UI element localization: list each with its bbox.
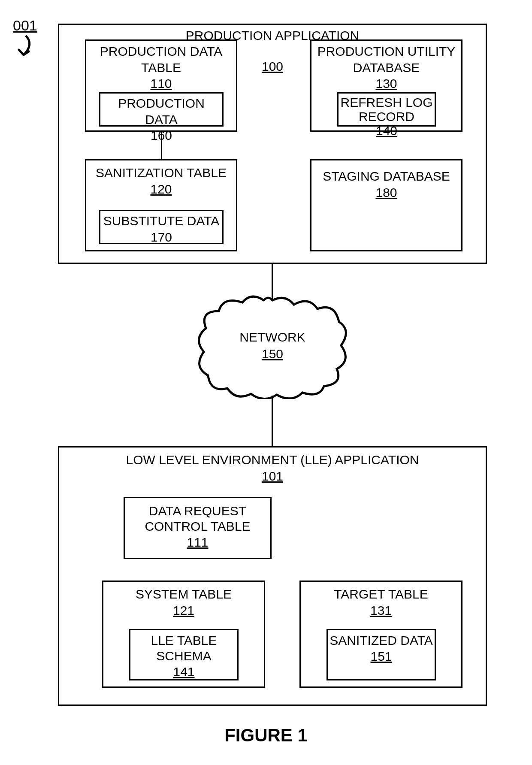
sanitization-table-title: SANITIZATION TABLE [86,165,236,181]
refresh-log-record-title: REFRESH LOG RECORD [339,95,435,124]
connector-line [161,132,162,159]
substitute-data-box: SUBSTITUTE DATA 170 [99,210,224,244]
production-utility-db-ref: 130 [311,76,461,92]
data-request-control-table-title: DATA REQUEST CONTROL TABLE [125,503,270,534]
connector-line [272,396,273,446]
lle-table-schema-box: LLE TABLE SCHEMA 141 [129,629,239,680]
system-table-ref: 121 [103,602,264,619]
sanitization-table-ref: 120 [86,181,236,197]
system-table-box: SYSTEM TABLE 121 LLE TABLE SCHEMA 141 [102,581,265,688]
staging-database-ref: 180 [311,184,461,201]
lle-application-ref: 101 [59,468,486,484]
network-label: NETWORK 150 [239,329,305,362]
system-table-title: SYSTEM TABLE [103,586,264,602]
production-application-ref: 100 [262,58,283,75]
lle-table-schema-title: LLE TABLE SCHEMA [130,633,237,664]
production-data-table-ref: 110 [86,76,236,92]
data-request-control-table-ref: 111 [125,534,270,550]
sanitized-data-ref: 151 [328,648,435,665]
substitute-data-ref: 170 [100,229,222,245]
lle-application-title: LOW LEVEL ENVIRONMENT (LLE) APPLICATION [59,452,486,468]
figure-reference: 001 [13,17,37,34]
production-data-title: PRODUCTION DATA [100,95,222,127]
sanitized-data-box: SANITIZED DATA 151 [326,629,436,680]
sanitized-data-title: SANITIZED DATA [328,633,435,648]
lle-table-schema-ref: 141 [130,664,237,680]
data-request-control-table-box: DATA REQUEST CONTROL TABLE 111 [124,497,272,559]
staging-database-box: STAGING DATABASE 180 [310,159,462,251]
production-utility-db-title: PRODUCTION UTILITY DATABASE [311,43,461,76]
sanitization-table-box: SANITIZATION TABLE 120 SUBSTITUTE DATA 1… [85,159,237,251]
substitute-data-title: SUBSTITUTE DATA [100,213,222,229]
refresh-log-record-box: REFRESH LOG RECORD 140 [337,92,436,127]
target-table-title: TARGET TABLE [301,586,461,602]
production-data-table-title: PRODUCTION DATA TABLE [86,43,236,76]
staging-database-title: STAGING DATABASE [311,168,461,184]
network-cloud: NETWORK 150 [195,292,350,399]
arrow-icon [13,33,34,65]
production-application-box: PRODUCTION APPLICATION 100 PRODUCTION DA… [58,24,487,264]
target-table-ref: 131 [301,602,461,619]
production-data-box: PRODUCTION DATA 160 [99,92,224,127]
figure-caption: FIGURE 1 [224,725,308,746]
production-utility-db-box: PRODUCTION UTILITY DATABASE 130 REFRESH … [310,39,462,132]
production-data-table-box: PRODUCTION DATA TABLE 110 PRODUCTION DAT… [85,39,237,132]
refresh-log-record-ref: 140 [339,123,435,139]
target-table-box: TARGET TABLE 131 SANITIZED DATA 151 [299,581,462,688]
lle-application-box: LOW LEVEL ENVIRONMENT (LLE) APPLICATION … [58,446,487,706]
